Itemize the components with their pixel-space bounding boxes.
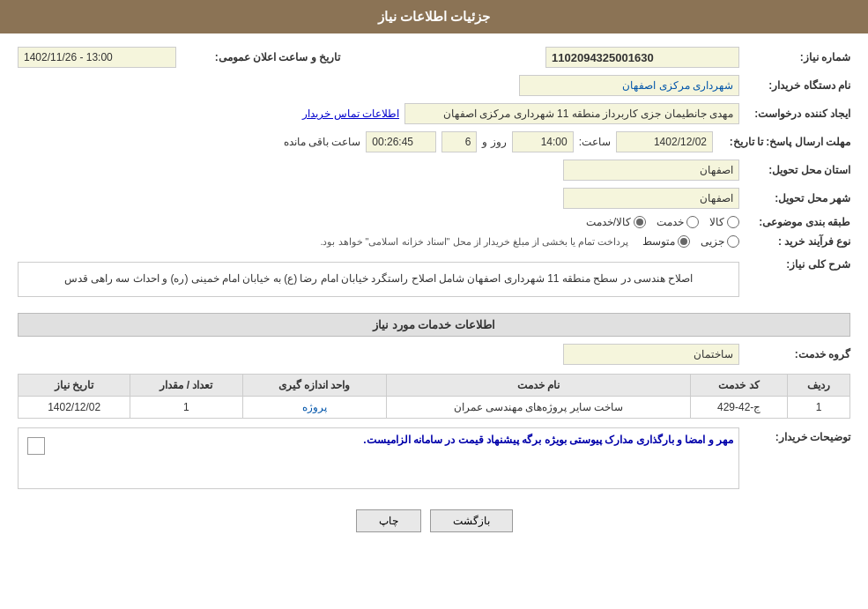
col-date: تاریخ نیاز [19, 374, 130, 396]
tozihat-label: توضیحات خریدار: [745, 427, 850, 443]
content-area: شماره نیاز: 1102094325001630 تاریخ و ساع… [0, 33, 868, 559]
tozihat-text: مهر و امضا و بارگذاری مدارک پیوستی بویژه… [363, 434, 733, 446]
goroh-row: گروه خدمت: ساختمان [18, 344, 850, 365]
cell-count: 1 [130, 396, 242, 418]
shenare-niaz-label: شماره نیاز: [745, 51, 850, 63]
kala-radio[interactable] [727, 216, 739, 228]
khedmat-radio[interactable] [686, 216, 699, 228]
mohlat-row: مهلت ارسال پاسخ: تا تاریخ: 1402/12/02 سا… [18, 131, 850, 152]
remaining-label: ساعت باقی مانده [284, 136, 361, 148]
table-row: 1 ج-42-429 ساخت سایر پروژه‌های مهندسی عم… [19, 396, 850, 418]
cell-row: 1 [787, 396, 849, 418]
farayand-radio-group: جزیی متوسط [642, 235, 739, 248]
farayand-label: نوع فرآیند خرید : [745, 235, 850, 248]
col-count: تعداد / مقدار [130, 374, 242, 396]
ijad-value: مهدی جانطیمان جزی کاربرداز منطقه 11 شهرد… [404, 103, 739, 124]
tozihat-value: مهر و امضا و بارگذاری مدارک پیوستی بویژه… [18, 427, 739, 489]
mohlat-label: مهلت ارسال پاسخ: تا تاریخ: [718, 136, 850, 148]
shenare-niaz-row: شماره نیاز: 1102094325001630 تاریخ و ساع… [18, 47, 850, 68]
tarikh-value: 1402/11/26 - 13:00 [18, 47, 176, 68]
sharh-value: اصلاح هندسی در سطح منطقه 11 شهرداری اصفه… [18, 262, 739, 297]
time-label: ساعت: [579, 136, 611, 148]
col-name: نام خدمت [386, 374, 691, 396]
ijad-row: ایجاد کننده درخواست: مهدی جانطیمان جزی ک… [18, 103, 850, 124]
type-radio-group: کالا خدمت کالا/خدمت [586, 216, 739, 228]
farayand-row: نوع فرآیند خرید : جزیی متوسط پرداخت تمام… [18, 235, 850, 248]
sharh-label: شرح کلی نیاز: [745, 255, 850, 271]
nam-dastgah-value: شهرداری مرکزی اصفهان [519, 75, 739, 96]
print-button[interactable]: چاپ [356, 509, 421, 532]
nam-dastgah-row: نام دستگاه خریدار: شهرداری مرکزی اصفهان [18, 75, 850, 96]
ostan-row: استان محل تحویل: اصفهان [18, 160, 850, 181]
date-value: 1402/12/02 [616, 131, 713, 152]
type-label: طبقه بندی موضوعی: [745, 216, 850, 228]
shahr-value: اصفهان [563, 188, 739, 209]
khedmat-label: خدمت [657, 216, 684, 228]
remaining-value: 00:26:45 [366, 131, 436, 152]
tarikh-label: تاریخ و ساعت اعلان عمومی: [182, 51, 340, 63]
ijad-label: ایجاد کننده درخواست: [745, 108, 850, 120]
jozi-radio[interactable] [727, 235, 739, 248]
motovaset-option: متوسط [642, 235, 690, 248]
col-row: ردیف [787, 374, 849, 396]
time-value: 14:00 [512, 131, 574, 152]
ijad-link[interactable]: اطلاعات تماس خریدار [302, 108, 399, 120]
shahr-label: شهر محل تحویل: [745, 192, 850, 204]
day-label: روز و [482, 136, 506, 148]
cell-name: ساخت سایر پروژه‌های مهندسی عمران [386, 396, 691, 418]
khadamat-title: اطلاعات خدمات مورد نیاز [18, 313, 850, 337]
shenare-niaz-value: 1102094325001630 [545, 47, 739, 68]
jozi-label: جزیی [701, 235, 724, 248]
nam-dastgah-label: نام دستگاه خریدار: [745, 79, 850, 92]
page-title: جزئیات اطلاعات نیاز [378, 9, 490, 24]
jozi-option: جزیی [701, 235, 739, 248]
cell-date: 1402/12/02 [19, 396, 130, 418]
cell-code: ج-42-429 [691, 396, 788, 418]
col-code: کد خدمت [691, 374, 788, 396]
back-button[interactable]: بازگشت [430, 509, 513, 532]
kala-khedmat-radio[interactable] [634, 216, 646, 228]
ostan-value: اصفهان [563, 160, 739, 181]
khedmat-option: خدمت [657, 216, 699, 228]
type-row: طبقه بندی موضوعی: کالا خدمت کالا/خدمت [18, 216, 850, 228]
footer-buttons: بازگشت چاپ [18, 496, 850, 546]
goroh-label: گروه خدمت: [745, 348, 850, 360]
kala-khedmat-label: کالا/خدمت [586, 216, 631, 228]
tozihat-row: توضیحات خریدار: مهر و امضا و بارگذاری مد… [18, 427, 850, 489]
ostan-label: استان محل تحویل: [745, 164, 850, 176]
farayand-desc: پرداخت تمام یا بخشی از مبلغ خریدار از مح… [320, 236, 628, 248]
goroh-value: ساختمان [563, 344, 739, 365]
page-header: جزئیات اطلاعات نیاز [0, 0, 868, 33]
service-table: ردیف کد خدمت نام خدمت واحد اندازه گیری ت… [18, 374, 850, 419]
sharh-row: شرح کلی نیاز: اصلاح هندسی در سطح منطقه 1… [18, 255, 850, 304]
motovaset-radio[interactable] [678, 235, 690, 248]
day-value: 6 [441, 131, 477, 152]
kala-khedmat-option: کالا/خدمت [586, 216, 646, 228]
shahr-row: شهر محل تحویل: اصفهان [18, 188, 850, 209]
kala-label: کالا [709, 216, 724, 228]
cell-unit: پروژه [242, 396, 386, 418]
kala-option: کالا [709, 216, 739, 228]
col-unit: واحد اندازه گیری [242, 374, 386, 396]
motovaset-label: متوسط [642, 235, 675, 248]
